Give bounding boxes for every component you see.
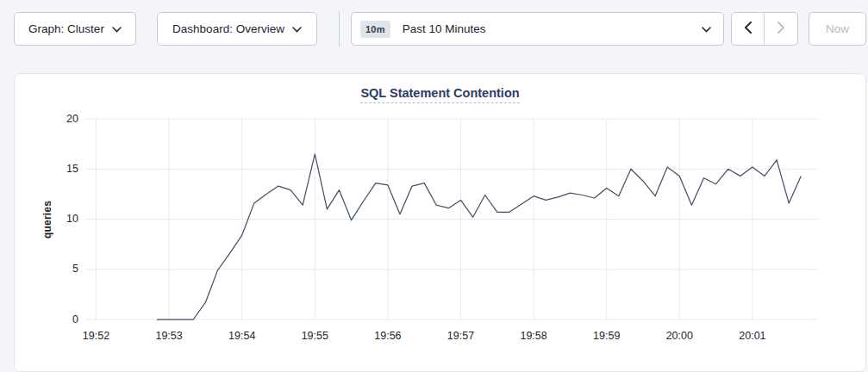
x-tick-label: 19:52 — [83, 329, 109, 343]
chevron-down-icon — [702, 22, 711, 35]
graph-dropdown-label: Graph: Cluster — [28, 22, 104, 35]
x-tick-label: 19:59 — [593, 329, 620, 343]
y-tick-label: 10 — [15, 213, 78, 226]
x-tick-label: 19:58 — [520, 329, 546, 343]
chart-title-row: SQL Statement Contention — [15, 85, 865, 103]
next-time-button[interactable] — [765, 13, 797, 45]
now-button-label: Now — [826, 22, 849, 35]
chevron-down-icon — [292, 22, 302, 35]
dashboard-dropdown-label: Dashboard: Overview — [172, 22, 284, 35]
x-tick-label: 19:53 — [155, 329, 182, 343]
y-tick-label: 0 — [15, 313, 78, 326]
previous-time-button[interactable] — [732, 13, 765, 45]
toolbar-divider — [339, 11, 340, 46]
x-tick-label: 19:56 — [374, 329, 401, 343]
sql-contention-line-chart[interactable] — [85, 119, 818, 319]
y-tick-label: 15 — [15, 163, 78, 176]
x-tick-label: 20:01 — [739, 329, 765, 343]
graph-dropdown[interactable]: Graph: Cluster — [14, 12, 136, 46]
chevron-down-icon — [112, 22, 122, 35]
chevron-right-icon — [777, 22, 785, 36]
time-range-label: Past 10 Minutes — [403, 22, 486, 35]
time-range-badge: 10m — [360, 21, 390, 38]
y-tick-label: 20 — [15, 113, 78, 126]
chevron-left-icon — [744, 22, 752, 36]
time-range-picker[interactable]: 10m Past 10 Minutes — [351, 12, 724, 46]
time-step-button-group — [731, 12, 798, 46]
y-axis-ticks: 05101520 — [15, 119, 78, 319]
x-axis-ticks: 19:5219:5319:5419:5519:5619:5719:5819:59… — [85, 329, 818, 343]
chart-card: SQL Statement Contention queries 0510152… — [14, 73, 866, 372]
x-tick-label: 19:55 — [302, 329, 328, 343]
x-tick-label: 19:54 — [228, 329, 255, 343]
x-tick-label: 19:57 — [447, 329, 474, 343]
x-tick-label: 20:00 — [666, 329, 693, 343]
dashboard-dropdown[interactable]: Dashboard: Overview — [157, 12, 317, 46]
chart-title[interactable]: SQL Statement Contention — [360, 86, 519, 103]
y-tick-label: 5 — [15, 263, 78, 276]
now-button[interactable]: Now — [809, 12, 866, 46]
